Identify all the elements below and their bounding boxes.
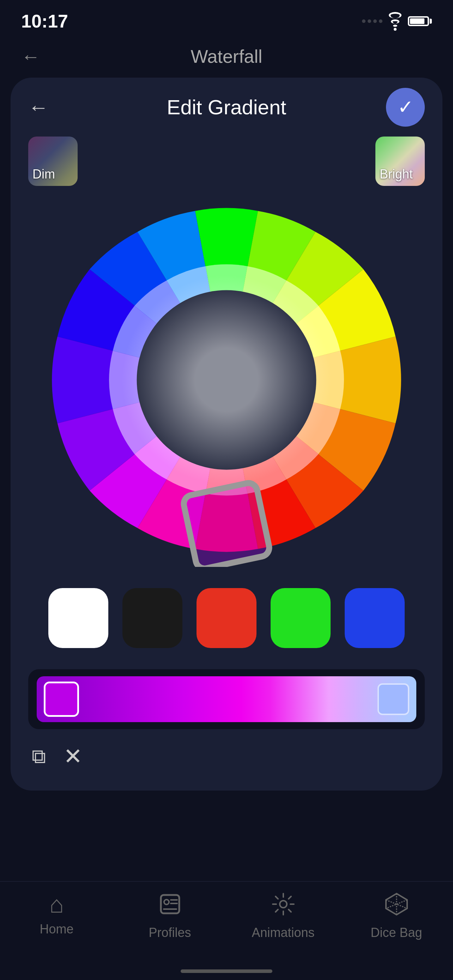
svg-point-3 — [164, 900, 169, 905]
bright-label: Bright — [380, 167, 413, 182]
svg-line-15 — [275, 910, 278, 912]
bright-preset[interactable]: Bright — [375, 137, 425, 186]
svg-line-13 — [289, 910, 291, 912]
color-wheel[interactable] — [40, 193, 413, 567]
main-card: ← Edit Gradient ✓ Dim Bright — [11, 78, 442, 791]
color-wheel-container[interactable] — [40, 193, 413, 567]
tab-profiles-label: Profiles — [149, 925, 191, 940]
tab-home-label: Home — [40, 922, 73, 937]
dim-label: Dim — [32, 167, 55, 182]
svg-line-12 — [275, 896, 278, 899]
swatch-blue[interactable] — [345, 588, 405, 648]
svg-line-14 — [289, 896, 291, 899]
battery-icon — [408, 16, 432, 26]
profiles-icon — [158, 892, 182, 920]
tab-dice-bag-label: Dice Bag — [370, 925, 422, 940]
svg-point-7 — [280, 900, 287, 908]
close-button[interactable]: ✕ — [64, 743, 83, 769]
signal-icon — [362, 19, 382, 23]
checkmark-icon: ✓ — [397, 96, 413, 118]
gradient-handle-left[interactable] — [44, 682, 79, 717]
card-back-button[interactable]: ← — [28, 97, 49, 118]
wifi-icon — [389, 12, 402, 31]
home-indicator — [181, 969, 272, 973]
top-nav: ← Waterfall — [0, 35, 453, 78]
status-time: 10:17 — [21, 11, 68, 32]
swatch-black[interactable] — [122, 588, 183, 648]
swatch-green[interactable] — [270, 588, 331, 648]
gradient-handle-right[interactable] — [377, 683, 409, 715]
card-header: ← Edit Gradient ✓ — [28, 95, 425, 119]
top-nav-back-button[interactable]: ← — [21, 46, 40, 67]
swatch-red[interactable] — [197, 588, 256, 648]
wheel-selector-indicator — [182, 482, 270, 567]
animations-icon — [271, 892, 295, 920]
quick-swatches — [28, 588, 425, 648]
tab-bar: ⌂ Home Profiles — [0, 881, 453, 980]
bottom-actions: ⧉ ✕ — [28, 743, 425, 769]
copy-button[interactable]: ⧉ — [32, 745, 46, 768]
confirm-button[interactable]: ✓ — [386, 88, 425, 127]
swatch-white[interactable] — [48, 588, 108, 648]
tab-profiles[interactable]: Profiles — [113, 892, 227, 940]
tab-home[interactable]: ⌂ Home — [0, 892, 113, 937]
tab-dice-bag[interactable]: Dice Bag — [340, 892, 453, 940]
svg-point-1 — [122, 275, 331, 485]
copy-icon: ⧉ — [32, 745, 46, 768]
top-nav-title: Waterfall — [191, 46, 262, 67]
dice-bag-icon — [385, 892, 408, 920]
gradient-bar-container[interactable] — [28, 669, 425, 729]
status-icons — [362, 12, 432, 31]
tab-animations[interactable]: Animations — [227, 892, 340, 940]
gradient-bar[interactable] — [37, 676, 416, 722]
color-presets-row: Dim Bright — [28, 137, 425, 186]
status-bar: 10:17 — [0, 0, 453, 35]
close-icon: ✕ — [64, 743, 83, 769]
card-title: Edit Gradient — [167, 95, 286, 119]
dim-preset[interactable]: Dim — [28, 137, 78, 186]
tab-animations-label: Animations — [251, 925, 314, 940]
home-icon: ⌂ — [49, 892, 64, 916]
